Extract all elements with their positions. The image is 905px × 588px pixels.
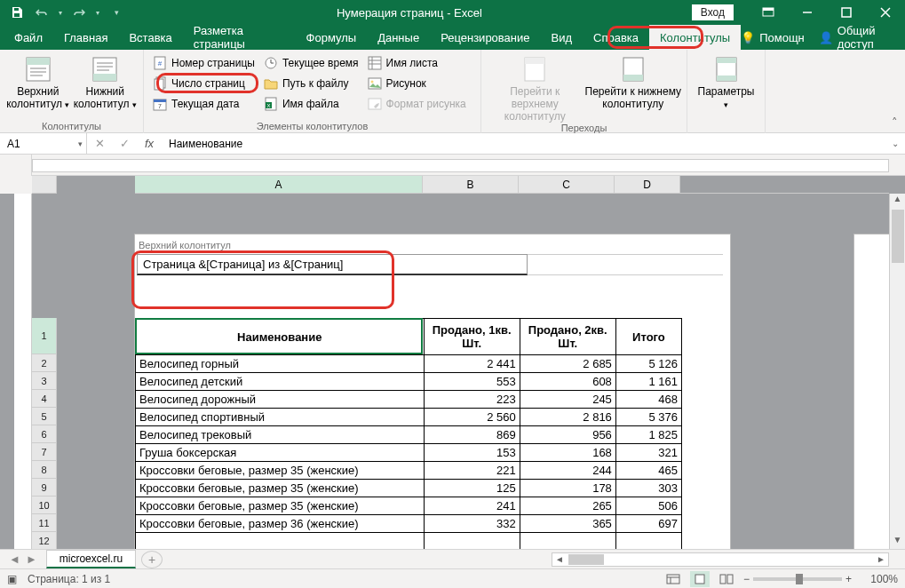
scroll-up-icon[interactable]: ▲ bbox=[890, 194, 905, 208]
table-cell[interactable]: Велосипед горный bbox=[136, 355, 425, 373]
page-count-button[interactable]: Число страниц bbox=[149, 74, 258, 93]
file-name-button[interactable]: XИмя файла bbox=[260, 94, 362, 114]
picture-button[interactable]: Рисунок bbox=[364, 74, 470, 93]
table-header-cell[interactable]: Продано, 1кв. Шт. bbox=[424, 319, 520, 355]
zoom-control[interactable]: − + 100% bbox=[743, 573, 898, 585]
minimize-icon[interactable] bbox=[788, 0, 827, 25]
table-cell[interactable]: Велосипед детский bbox=[136, 373, 425, 391]
table-cell[interactable]: 178 bbox=[520, 480, 615, 497]
table-cell[interactable]: 244 bbox=[520, 462, 615, 480]
table-cell[interactable]: 221 bbox=[424, 462, 520, 480]
table-cell[interactable]: 956 bbox=[520, 426, 615, 444]
normal-view-icon[interactable] bbox=[663, 571, 683, 587]
add-sheet-icon[interactable]: + bbox=[141, 551, 163, 568]
tell-me-button[interactable]: 💡Помощн bbox=[741, 31, 805, 44]
col-header-c[interactable]: C bbox=[519, 176, 615, 194]
table-cell[interactable]: Кроссовки беговые, размер 35 (женские) bbox=[136, 480, 425, 497]
redo-icon[interactable] bbox=[67, 2, 91, 23]
current-date-button[interactable]: 7Текущая дата bbox=[149, 94, 258, 114]
scroll-down-icon[interactable]: ▼ bbox=[890, 535, 905, 549]
sheet-tab[interactable]: microexcel.ru bbox=[46, 550, 136, 568]
zoom-slider[interactable] bbox=[753, 577, 842, 581]
row-header[interactable]: 5 bbox=[32, 408, 57, 425]
table-cell[interactable]: 553 bbox=[424, 373, 520, 391]
zoom-out-icon[interactable]: − bbox=[743, 573, 750, 585]
table-cell[interactable]: Велосипед трековый bbox=[136, 426, 425, 444]
row-header[interactable]: 12 bbox=[32, 532, 57, 550]
table-cell[interactable] bbox=[136, 533, 425, 550]
row-header[interactable]: 8 bbox=[32, 461, 57, 479]
table-cell[interactable]: 125 bbox=[424, 480, 520, 497]
cancel-icon[interactable]: ✕ bbox=[87, 133, 112, 155]
table-cell[interactable]: 153 bbox=[424, 444, 520, 462]
table-cell[interactable] bbox=[424, 533, 520, 550]
tab-data[interactable]: Данные bbox=[367, 25, 430, 50]
save-icon[interactable] bbox=[5, 2, 28, 23]
redo-dropdown-icon[interactable]: ▾ bbox=[92, 2, 103, 23]
fx-icon[interactable]: fx bbox=[137, 133, 162, 155]
close-icon[interactable] bbox=[866, 0, 905, 25]
scroll-right-icon[interactable]: ► bbox=[874, 554, 888, 564]
table-cell[interactable]: 2 441 bbox=[424, 355, 520, 373]
tab-file[interactable]: Файл bbox=[4, 25, 53, 50]
table-cell[interactable]: Велосипед дорожный bbox=[136, 391, 425, 409]
table-cell[interactable]: Велосипед спортивный bbox=[136, 409, 425, 426]
row-header[interactable]: 1 bbox=[32, 318, 57, 354]
row-header[interactable]: 10 bbox=[32, 497, 57, 514]
table-cell[interactable]: 2 816 bbox=[520, 409, 615, 426]
table-cell[interactable]: 332 bbox=[424, 515, 520, 533]
zoom-level[interactable]: 100% bbox=[855, 573, 898, 585]
scroll-thumb[interactable] bbox=[568, 554, 604, 565]
table-cell[interactable]: 223 bbox=[424, 391, 520, 409]
row-header[interactable]: 7 bbox=[32, 443, 57, 461]
sheet-nav-next-icon[interactable]: ► bbox=[24, 552, 39, 566]
scroll-left-icon[interactable]: ◄ bbox=[552, 554, 567, 564]
header-left-section[interactable]: Страница &[Страница] из &[Страниц] bbox=[137, 254, 528, 275]
undo-icon[interactable] bbox=[30, 2, 53, 23]
table-cell[interactable]: 2 560 bbox=[424, 409, 520, 426]
table-cell[interactable]: 697 bbox=[615, 515, 681, 533]
vertical-scrollbar[interactable]: ▲ ▼ bbox=[889, 194, 905, 549]
page-number-button[interactable]: #Номер страницы bbox=[149, 53, 258, 73]
options-button[interactable]: Параметры▾ bbox=[693, 52, 759, 131]
expand-formula-bar-icon[interactable]: ⌄ bbox=[885, 139, 905, 148]
table-cell[interactable]: 168 bbox=[520, 444, 615, 462]
table-cell[interactable]: 5 376 bbox=[615, 409, 681, 426]
collapse-ribbon-icon[interactable]: ˄ bbox=[873, 50, 905, 132]
table-cell[interactable]: 1 161 bbox=[615, 373, 681, 391]
name-box[interactable]: A1▾ bbox=[0, 133, 87, 155]
table-header-cell[interactable]: Наименование bbox=[136, 319, 425, 355]
tab-pagelayout[interactable]: Разметка страницы bbox=[183, 25, 296, 50]
qat-customize-icon[interactable]: ▾ bbox=[105, 2, 128, 23]
row-header[interactable]: 11 bbox=[32, 514, 57, 532]
table-cell[interactable]: 506 bbox=[615, 497, 681, 515]
table-cell[interactable]: 608 bbox=[520, 373, 615, 391]
tab-view[interactable]: Вид bbox=[541, 25, 583, 50]
horizontal-scrollbar[interactable]: ◄ ► bbox=[552, 552, 889, 567]
goto-footer-button[interactable]: Перейти к нижнему колонтитулу bbox=[585, 52, 682, 123]
table-cell[interactable]: Кроссовки беговые, размер 35 (женские) bbox=[136, 497, 425, 515]
col-header-b[interactable]: B bbox=[423, 176, 519, 194]
login-button[interactable]: Вход bbox=[691, 4, 734, 21]
tab-headerfooter[interactable]: Колонтитулы bbox=[649, 25, 741, 50]
enter-icon[interactable]: ✓ bbox=[112, 133, 137, 155]
tab-formulas[interactable]: Формулы bbox=[296, 25, 368, 50]
maximize-icon[interactable] bbox=[827, 0, 866, 25]
page-break-view-icon[interactable] bbox=[717, 571, 736, 587]
table-cell[interactable]: 241 bbox=[424, 497, 520, 515]
scroll-thumb[interactable] bbox=[892, 210, 904, 263]
row-header[interactable]: 2 bbox=[32, 354, 57, 372]
table-cell[interactable]: 245 bbox=[520, 391, 615, 409]
row-header[interactable]: 4 bbox=[32, 390, 57, 408]
zoom-in-icon[interactable]: + bbox=[845, 573, 852, 585]
table-cell[interactable]: 468 bbox=[615, 391, 681, 409]
table-cell[interactable] bbox=[615, 533, 681, 550]
header-button[interactable]: Верхний колонтитул ▾ bbox=[5, 52, 71, 121]
footer-button[interactable]: Нижний колонтитул ▾ bbox=[73, 52, 139, 121]
table-cell[interactable] bbox=[520, 533, 615, 550]
formula-bar[interactable]: Наименование bbox=[162, 133, 885, 155]
table-header-cell[interactable]: Итого bbox=[615, 319, 681, 355]
row-header[interactable]: 9 bbox=[32, 479, 57, 497]
table-cell[interactable]: Кроссовки беговые, размер 36 (женские) bbox=[136, 515, 425, 533]
table-cell[interactable]: Кроссовки беговые, размер 35 (женские) bbox=[136, 462, 425, 480]
